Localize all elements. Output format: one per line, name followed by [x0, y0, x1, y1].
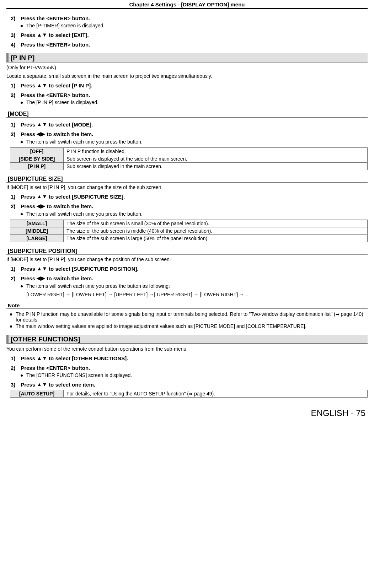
table-key: [P IN P]: [10, 163, 64, 170]
subpos-step-2-sub2: [LOWER RIGHT] → [LOWER LEFT] → [UPPER LE…: [26, 292, 368, 297]
subpos-desc: If [MODE] is set to [P IN P], you can ch…: [6, 257, 368, 262]
text-suffix: to select [MODE].: [47, 122, 93, 128]
step-2-sub: The [P-TIMER] screen is displayed.: [26, 23, 368, 28]
subsize-step-2: 2) Press ◀▶ to switch the item.: [11, 203, 368, 210]
table-key: [AUTO SETUP]: [10, 390, 64, 398]
text-suffix: to select one item.: [47, 382, 95, 388]
page-footer: ENGLISH - 75: [6, 408, 365, 418]
page: Chapter 4 Settings - [DISPLAY OPTION] me…: [0, 0, 374, 418]
step-text: Press the <ENTER> button.: [21, 42, 90, 48]
text-suffix: to select [OTHER FUNCTIONS].: [47, 355, 128, 361]
table-val: For details, refer to "Using the AUTO SE…: [64, 390, 368, 398]
chapter-header: Chapter 4 Settings - [DISPLAY OPTION] me…: [6, 0, 368, 8]
step-text: Press ▲▼ to select [P IN P].: [21, 82, 92, 88]
other-step-2-sub: The [OTHER FUNCTIONS] screen is displaye…: [26, 372, 368, 378]
note-text-a: The P IN P function may be unavailable f…: [16, 311, 336, 317]
table-row: [SIDE BY SIDE] Sub screen is displayed a…: [10, 155, 368, 163]
step-num: 2): [11, 15, 19, 21]
text-prefix: Press: [21, 266, 37, 272]
step-num: 1): [11, 355, 19, 361]
other-step-2: 2) Press the <ENTER> button.: [11, 365, 368, 371]
mode-step-2-sub: The items will switch each time you pres…: [26, 139, 368, 145]
table-row: [SMALL] The size of the sub screen is sm…: [10, 220, 368, 227]
table-row: [AUTO SETUP] For details, refer to "Usin…: [10, 390, 368, 398]
table-row: [P IN P] Sub screen is displayed in the …: [10, 163, 368, 170]
section-p-in-p: [P IN P]: [6, 53, 368, 63]
step-text: Press ◀▶ to switch the item.: [21, 203, 93, 209]
val-a: For details, refer to "Using the AUTO SE…: [66, 391, 189, 397]
note-bullet-2: The main window setting values are appli…: [16, 323, 368, 329]
section-subpicture-size: [SUBPICTURE SIZE]: [6, 175, 368, 183]
mode-step-2: 2) Press ◀▶ to switch the item.: [11, 131, 368, 137]
section-mode: [MODE]: [6, 110, 368, 118]
leftright-arrow-icon: ◀▶: [37, 203, 45, 209]
step-num: 1): [11, 194, 19, 200]
table-val: The size of the sub screen is small (30%…: [64, 220, 368, 227]
note-heading: Note: [6, 302, 368, 309]
step-4: 4) Press the <ENTER> button.: [11, 42, 368, 48]
updown-arrow-icon: ▲▼: [37, 265, 47, 271]
other-step-3: 3) Press ▲▼ to select one item.: [11, 382, 368, 388]
text-prefix: Press: [21, 82, 37, 88]
text-prefix: Press: [21, 194, 37, 200]
step-text: Press ◀▶ to switch the item.: [21, 275, 93, 281]
step-text: Press ▲▼ to select one item.: [21, 381, 95, 388]
table-row: [LARGE] The size of the sub screen is la…: [10, 235, 368, 242]
step-num: 4): [11, 42, 19, 48]
arrow-right-icon: ➡: [189, 391, 193, 397]
note-bullet-1: The P IN P function may be unavailable f…: [16, 311, 368, 323]
text-suffix: to switch the item.: [45, 275, 93, 281]
subsize-table: [SMALL] The size of the sub screen is sm…: [10, 220, 368, 242]
table-val: Sub screen is displayed at the side of t…: [64, 155, 368, 163]
step-text: Press ▲▼ to select [OTHER FUNCTIONS].: [21, 355, 128, 361]
table-row: [OFF] P IN P function is disabled.: [10, 148, 368, 155]
text-suffix: to switch the item.: [45, 203, 93, 209]
step-num: 2): [11, 92, 19, 98]
arrow-right-icon: ➡: [336, 312, 340, 317]
step-num: 3): [11, 32, 19, 38]
updown-arrow-icon: ▲▼: [37, 193, 47, 199]
step-num: 3): [11, 382, 19, 388]
section-subpicture-position: [SUBPICTURE POSITION]: [6, 247, 368, 255]
pinp-step-2: 2) Press the <ENTER> button.: [11, 92, 368, 98]
pinp-step-2-sub: The [P IN P] screen is displayed.: [26, 99, 368, 105]
text-prefix: Press: [21, 122, 37, 128]
step-text: Press ◀▶ to switch the item.: [21, 131, 93, 137]
subpos-step-1: 1) Press ▲▼ to select [SUBPICTURE POSITI…: [11, 266, 368, 272]
step-num: 2): [11, 365, 19, 371]
step-num: 2): [11, 275, 19, 281]
text-prefix: Press: [21, 32, 37, 38]
step-num: 2): [11, 203, 19, 209]
table-key: [OFF]: [10, 148, 64, 155]
step-2: 2) Press the <ENTER> button.: [11, 15, 368, 21]
chapter-rule: [6, 8, 368, 9]
val-b: page 49).: [193, 391, 215, 397]
updown-arrow-icon: ▲▼: [37, 381, 47, 387]
text-suffix: to select [SUBPICTURE POSITION].: [47, 266, 139, 272]
step-text: Press ▲▼ to select [SUBPICTURE POSITION]…: [21, 265, 138, 272]
subsize-step-2-sub: The items will switch each time you pres…: [26, 211, 368, 217]
mode-step-1: 1) Press ▲▼ to select [MODE].: [11, 122, 368, 128]
subpos-step-2: 2) Press ◀▶ to switch the item.: [11, 275, 368, 282]
pinp-step-1: 1) Press ▲▼ to select [P IN P].: [11, 82, 368, 88]
table-key: [MIDDLE]: [10, 227, 64, 235]
text-suffix: to switch the item.: [45, 131, 93, 137]
subpos-step-2-sub: The items will switch each time you pres…: [26, 283, 368, 289]
updown-arrow-icon: ▲▼: [37, 82, 47, 88]
table-val: Sub screen is displayed in the main scre…: [64, 163, 368, 170]
updown-arrow-icon: ▲▼: [37, 355, 47, 361]
step-text: Press the <ENTER> button.: [21, 15, 90, 21]
leftright-arrow-icon: ◀▶: [37, 275, 45, 281]
table-val: The size of the sub screen is middle (40…: [64, 227, 368, 235]
section-other-functions: [OTHER FUNCTIONS]: [6, 335, 368, 344]
step-text: Press ▲▼ to select [MODE].: [21, 121, 93, 128]
table-key: [LARGE]: [10, 235, 64, 242]
step-num: 1): [11, 122, 19, 128]
step-text: Press ▲▼ to select [EXIT].: [21, 32, 89, 38]
step-text: Press the <ENTER> button.: [21, 92, 90, 98]
leftright-arrow-icon: ◀▶: [37, 131, 45, 137]
table-key: [SIDE BY SIDE]: [10, 155, 64, 163]
table-val: The size of the sub screen is large (50%…: [64, 235, 368, 242]
updown-arrow-icon: ▲▼: [37, 121, 47, 127]
text-prefix: Press: [21, 131, 37, 137]
